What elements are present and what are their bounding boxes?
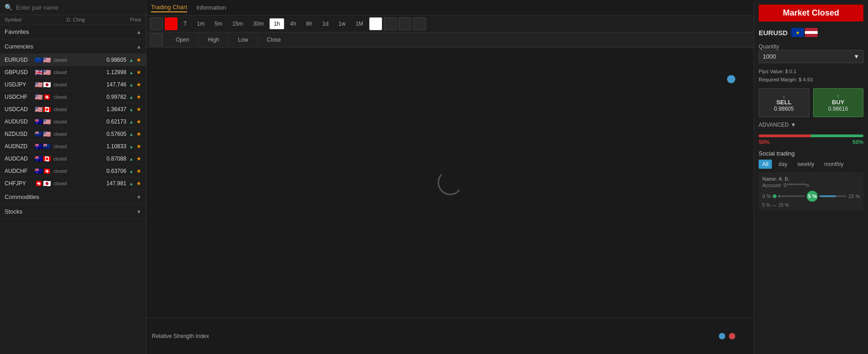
toolbar-15m[interactable]: 15m	[228, 18, 247, 29]
pair-star[interactable]: ★	[136, 180, 141, 187]
pair-item[interactable]: AUDCHF 🇦🇺 🇨🇭 closed 0.63706 ▲ ★	[0, 165, 146, 177]
pair-item[interactable]: AUDNZD 🇦🇺 🇳🇿 closed 1.10833 ▲ ★	[0, 140, 146, 153]
toolbar-t-btn[interactable]: T	[179, 18, 191, 29]
balance-buy-pct: 50%	[852, 139, 863, 145]
currencies-header[interactable]: Currencies ▲	[0, 39, 146, 54]
commodities-label: Commodities	[5, 193, 39, 200]
pair-item[interactable]: USDCHF 🇺🇸 🇨🇭 closed 0.99782 ▲ ★	[0, 91, 146, 103]
pair-header: EURUSD ★	[759, 26, 863, 39]
pair-item[interactable]: AUDUSD 🇦🇺 🇺🇸 closed 0.62173 ▲ ★	[0, 116, 146, 128]
flag-eu-icon: 🇪🇺	[35, 56, 43, 64]
pair-item[interactable]: USDJPY 🇺🇸 🇯🇵 closed 147.746 ▲ ★	[0, 79, 146, 91]
pair-star[interactable]: ★	[136, 143, 141, 150]
social-account-label: Account:	[762, 182, 782, 188]
sell-button[interactable]: ↓ SELL 0.98605	[759, 88, 809, 117]
pair-symbol: GBPUSD	[5, 69, 32, 75]
social-trading-label: Social trading	[759, 150, 863, 157]
pair-item[interactable]: GBPUSD 🇬🇧 🇺🇸 closed 1.12998 ▲ ★	[0, 66, 146, 79]
pair-item[interactable]: CHFJPY 🇨🇭 🇯🇵 closed 147.981 ▲ ★	[0, 177, 146, 190]
balance-labels: 50% 50%	[759, 139, 863, 145]
quantity-section: Quantity 1000 ▼	[759, 43, 863, 63]
pair-star[interactable]: ★	[136, 57, 141, 63]
pair-star[interactable]: ★	[136, 106, 141, 113]
social-progress-track	[778, 195, 805, 197]
right-panel: Market Closed EURUSD ★ Quantity 1000 ▼ P…	[754, 0, 868, 354]
social-dash: —	[772, 203, 776, 208]
commodities-header[interactable]: Commodities ▼	[0, 190, 146, 204]
social-tabs: All day weekly monthly	[759, 160, 863, 169]
pair-status: closed	[54, 82, 67, 87]
pair-flags: 🇦🇺 🇳🇿	[35, 143, 51, 150]
pair-star[interactable]: ★	[136, 168, 141, 174]
ohlc-square-btn[interactable]	[150, 33, 163, 46]
pair-item[interactable]: AUDCAD 🇦🇺 🇨🇦 closed 0.87088 ▲ ★	[0, 153, 146, 165]
pair-star[interactable]: ★	[136, 94, 141, 100]
toolbar-square-2[interactable]	[384, 17, 397, 30]
chart-blue-dot	[727, 75, 735, 83]
pair-item[interactable]: NZDUSD 🇳🇿 🇺🇸 closed 0.57605 ▲ ★	[0, 128, 146, 140]
pair-status: closed	[54, 70, 67, 75]
pair-flags: 🇦🇺 🇨🇭	[35, 167, 51, 175]
pair-star[interactable]: ★	[136, 69, 141, 75]
col-symbol: Symbol	[5, 17, 22, 22]
flag-gb-icon: 🇬🇧	[35, 69, 43, 76]
toolbar-white-btn[interactable]	[369, 17, 382, 30]
pair-star[interactable]: ★	[136, 156, 141, 162]
pair-item[interactable]: EURUSD 🇪🇺 🇺🇸 closed 0.98605 ▲ ★	[0, 54, 146, 66]
social-tab-weekly[interactable]: weekly	[794, 160, 818, 169]
buy-button[interactable]: ↑ BUY 0.98616	[813, 88, 864, 117]
toolbar-4h[interactable]: 4h	[286, 18, 300, 29]
ohlc-low: Low	[229, 35, 258, 45]
tab-information[interactable]: Information	[196, 3, 226, 12]
pair-price: 147.981	[70, 180, 126, 187]
toolbar-1d[interactable]: 1d	[318, 18, 332, 29]
social-name-label: Name:	[762, 176, 777, 182]
flag-au-icon: 🇦🇺	[35, 155, 43, 162]
pair-flags: 🇨🇭 🇯🇵	[35, 180, 51, 187]
favorites-header[interactable]: Favorites ▲	[0, 25, 146, 39]
flag-ch-icon: 🇨🇭	[43, 93, 51, 101]
loading-spinner	[437, 169, 464, 196]
pair-list: EURUSD 🇪🇺 🇺🇸 closed 0.98605 ▲ ★ GBPUSD 🇬…	[0, 54, 146, 190]
pair-arrow-icon: ▲	[129, 107, 134, 112]
social-tab-all[interactable]: All	[759, 160, 772, 169]
pair-name: EURUSD	[759, 29, 787, 37]
commodities-chevron: ▼	[136, 194, 141, 200]
toolbar-8h[interactable]: 8h	[302, 18, 316, 29]
toolbar-1w[interactable]: 1w	[334, 18, 350, 29]
flag-au-icon: 🇦🇺	[35, 167, 43, 175]
social-tab-monthly[interactable]: monthly	[820, 160, 847, 169]
pair-flags: 🇦🇺 🇺🇸	[35, 118, 51, 125]
advanced-row[interactable]: ADVANCED ▼	[759, 122, 863, 128]
chart-area[interactable]	[146, 48, 754, 317]
pips-info: Pips Value: $ 0.1 Required Margin: $ 4.9…	[759, 68, 863, 84]
stocks-header[interactable]: Stocks ▼	[0, 204, 146, 219]
social-tab-day[interactable]: day	[775, 160, 791, 169]
currencies-chevron: ▲	[136, 44, 141, 49]
pair-flags: 🇳🇿 🇺🇸	[35, 130, 51, 138]
search-input[interactable]	[16, 4, 141, 11]
pair-star[interactable]: ★	[136, 131, 141, 137]
pair-flags: 🇦🇺 🇨🇦	[35, 155, 51, 162]
toolbar-square-4[interactable]	[413, 17, 426, 30]
toolbar-30m[interactable]: 30m	[249, 18, 268, 29]
ohlc-high: High	[199, 35, 229, 45]
pair-status: closed	[54, 107, 67, 112]
pair-status: closed	[54, 144, 67, 149]
toolbar-1m[interactable]: 1m	[193, 18, 209, 29]
quantity-select[interactable]: 1000 ▼	[759, 50, 863, 63]
toolbar-1h[interactable]: 1h	[270, 18, 284, 29]
toolbar-square-1[interactable]	[150, 17, 163, 30]
required-margin: Required Margin: $ 4.93	[759, 76, 863, 84]
color-picker-btn[interactable]	[165, 17, 178, 30]
pair-star[interactable]: ★	[136, 81, 141, 88]
toolbar-square-3[interactable]	[399, 17, 411, 30]
pair-star[interactable]: ★	[136, 118, 141, 125]
toolbar-1M[interactable]: 1M	[351, 18, 367, 29]
toolbar-5m[interactable]: 5m	[210, 18, 226, 29]
pair-item[interactable]: USDCAD 🇺🇸 🇨🇦 closed 1.36437 ▲ ★	[0, 103, 146, 116]
social-pct-start-label: 5 %	[762, 203, 770, 208]
tab-trading-chart[interactable]: Trading Chart	[151, 3, 187, 12]
currencies-label: Currencies	[5, 43, 33, 50]
pair-symbol: AUDCHF	[5, 168, 32, 174]
